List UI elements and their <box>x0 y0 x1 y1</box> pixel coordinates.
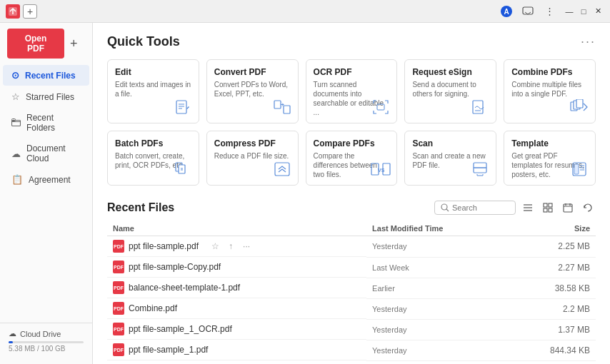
svg-text:A: A <box>504 8 509 16</box>
file-size: 38.58 KB <box>508 278 596 298</box>
recent-files-icon: ⊙ <box>11 70 19 81</box>
more-options-icon[interactable]: ⋮ <box>541 4 557 19</box>
tool-convert[interactable]: Convert PDF Convert PDFs to Word, Excel,… <box>206 59 299 123</box>
grid-view-button[interactable] <box>540 200 556 216</box>
title-bar-right: A ⋮ — □ ✕ <box>499 4 604 19</box>
sidebar-item-label: Document Cloud <box>26 143 81 163</box>
col-size: Size <box>508 221 596 236</box>
cloud-drive-label: ☁ Cloud Drive <box>9 329 84 338</box>
search-icon <box>441 203 449 212</box>
tool-combine-icon <box>569 97 589 117</box>
tool-esign-desc: Send a document to others for signing. <box>412 80 489 98</box>
recent-files-header: Recent Files <box>107 200 596 216</box>
table-row[interactable]: PDF balance-sheet-template-1.pdf Earlier… <box>107 278 596 298</box>
user-icon[interactable]: A <box>499 4 514 19</box>
tool-compare[interactable]: Compare PDFs Compare the differences bet… <box>306 131 398 186</box>
pdf-icon: PDF <box>113 281 124 294</box>
open-pdf-button[interactable]: Open PDF <box>7 29 64 59</box>
modified-time: Yesterday <box>372 346 407 355</box>
table-row[interactable]: PDF ppt file-sample_OCR.pdf Yesterday 3.… <box>107 360 596 364</box>
files-table: Name Last Modified Time Size PDF ppt fil… <box>107 221 596 364</box>
search-input[interactable] <box>452 203 509 212</box>
starred-files-icon: ☆ <box>11 91 20 102</box>
sidebar-item-recent-folders[interactable]: Recent Folders <box>3 108 89 138</box>
tool-ocr[interactable]: OCR PDF Turn scanned documents into sear… <box>306 59 398 123</box>
modified-time: Last Week <box>372 263 409 272</box>
file-name: ppt file-sample-Copy.pdf <box>129 262 221 272</box>
agreement-icon: 📋 <box>11 174 23 185</box>
col-name: Name <box>107 221 366 236</box>
add-button[interactable]: + <box>70 36 78 51</box>
svg-rect-16 <box>179 165 185 173</box>
file-name: ppt file-sample.pdf <box>129 241 199 251</box>
tool-ocr-icon <box>371 97 391 117</box>
storage-bar-fill <box>9 341 13 343</box>
sidebar-top: Open PDF + <box>0 29 92 64</box>
file-size: 2.27 MB <box>508 257 596 278</box>
table-row[interactable]: PDF ppt file-sample_1.pdf Yesterday 844.… <box>107 340 596 360</box>
pdf-icon: PDF <box>113 240 124 253</box>
quick-tools-more-button[interactable]: ··· <box>581 34 596 49</box>
calendar-view-button[interactable] <box>560 200 576 216</box>
sidebar-item-agreement[interactable]: 📋 Agreement <box>3 169 89 190</box>
tool-template-icon <box>569 159 589 179</box>
recent-folders-icon <box>11 118 21 128</box>
star-button[interactable]: ☆ <box>209 240 221 253</box>
sidebar-item-label: Starred Files <box>26 92 74 102</box>
main-layout: Open PDF + ⊙ Recent Files ☆ Starred File… <box>0 23 610 364</box>
content-area: Quick Tools ··· Edit Edit texts and imag… <box>93 23 610 364</box>
tool-batch[interactable]: Batch PDFs Batch convert, create, print,… <box>107 131 199 186</box>
maximize-button[interactable]: □ <box>577 5 590 18</box>
tool-template[interactable]: Template Get great PDF templates for res… <box>504 131 596 186</box>
tool-convert-desc: Convert PDFs to Word, Excel, PPT, etc. <box>214 80 291 98</box>
tool-convert-title: Convert PDF <box>214 67 291 77</box>
search-box[interactable] <box>434 201 516 215</box>
tool-batch-title: Batch PDFs <box>115 138 191 148</box>
file-size: 2.2 MB <box>508 298 596 319</box>
message-icon[interactable] <box>520 4 536 19</box>
tool-esign[interactable]: Request eSign Send a document to others … <box>404 59 496 123</box>
table-row[interactable]: PDF ppt file-sample-Copy.pdf Last Week 2… <box>107 257 596 278</box>
upload-button[interactable]: ↑ <box>224 240 237 253</box>
table-row[interactable]: PDF ppt file-sample_1_OCR.pdf Yesterday … <box>107 319 596 340</box>
tool-scan-icon <box>470 159 490 179</box>
sidebar: Open PDF + ⊙ Recent Files ☆ Starred File… <box>0 23 93 364</box>
svg-rect-26 <box>574 164 579 174</box>
tool-compress[interactable]: Compress PDF Reduce a PDF file size. <box>206 131 299 186</box>
tool-compress-title: Compress PDF <box>214 138 291 148</box>
svg-line-31 <box>446 209 449 211</box>
tool-edit[interactable]: Edit Edit texts and images in a file. <box>107 59 199 123</box>
quick-tools-grid: Edit Edit texts and images in a file. Co… <box>107 59 596 186</box>
app-icon <box>6 4 20 19</box>
refresh-button[interactable] <box>580 200 596 216</box>
window-controls: — □ ✕ <box>563 5 604 18</box>
tool-edit-icon <box>173 97 193 117</box>
svg-text:VS: VS <box>378 168 385 173</box>
tool-template-title: Template <box>511 138 588 148</box>
row-actions: ☆ ↑ ··· <box>209 240 253 253</box>
sidebar-item-recent-files[interactable]: ⊙ Recent Files <box>3 65 89 86</box>
sidebar-nav: ⊙ Recent Files ☆ Starred Files Recent Fo… <box>0 64 92 323</box>
storage-bar <box>9 341 84 343</box>
table-row[interactable]: PDF Combine.pdf Yesterday 2.2 MB <box>107 298 596 319</box>
cloud-icon: ☁ <box>9 329 16 338</box>
more-button[interactable]: ··· <box>240 240 253 253</box>
pdf-icon: PDF <box>113 323 124 335</box>
tool-combine-desc: Combine multiple files into a single PDF… <box>511 80 588 98</box>
title-bar-left: + <box>6 4 37 19</box>
file-size: 3.14 MB <box>508 360 596 364</box>
sidebar-item-document-cloud[interactable]: ☁ Document Cloud <box>3 138 89 168</box>
svg-rect-14 <box>576 99 583 108</box>
tool-combine[interactable]: Combine PDFs Combine multiple files into… <box>504 59 596 123</box>
svg-rect-7 <box>274 101 281 108</box>
tool-scan[interactable]: Scan Scan and create a new PDF file. <box>404 131 496 186</box>
add-tab-button[interactable]: + <box>23 4 37 19</box>
svg-rect-6 <box>176 101 186 113</box>
minimize-button[interactable]: — <box>563 5 576 18</box>
list-view-button[interactable] <box>520 200 536 216</box>
table-row[interactable]: PDF ppt file-sample.pdf ☆ ↑ ··· Yesterda… <box>107 236 596 258</box>
sidebar-item-label: Recent Folders <box>26 113 81 133</box>
sidebar-item-starred-files[interactable]: ☆ Starred Files <box>3 86 89 107</box>
close-button[interactable]: ✕ <box>591 5 604 18</box>
quick-tools-header: Quick Tools ··· <box>107 34 596 49</box>
